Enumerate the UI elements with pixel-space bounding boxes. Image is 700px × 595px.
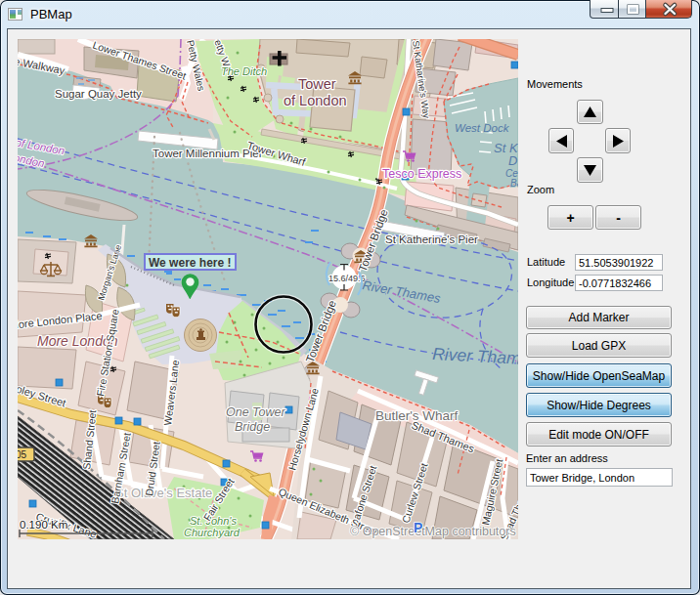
svg-text:One Tower: One Tower — [226, 405, 286, 419]
svg-text:Ba: Ba — [510, 178, 518, 189]
svg-text:Tower: Tower — [298, 76, 336, 92]
svg-text:Bridge: Bridge — [235, 420, 270, 434]
svg-text:St Olave's Estate: St Olave's Estate — [115, 486, 212, 500]
svg-text:Sugar Quay Jetty: Sugar Quay Jetty — [55, 88, 142, 100]
svg-text:The Ditch: The Ditch — [221, 65, 267, 77]
svg-text:St Katherine's Pier: St Katherine's Pier — [385, 234, 478, 245]
svg-text:West Dock: West Dock — [455, 122, 510, 134]
svg-text:D: D — [508, 153, 517, 168]
svg-text:We were here !: We were here ! — [149, 256, 231, 270]
svg-text:P: P — [414, 520, 422, 535]
svg-text:0.190 Km: 0.190 Km — [20, 519, 67, 531]
svg-text:Tesco Express: Tesco Express — [382, 167, 461, 181]
svg-text:© OpenStreetMap contributors: © OpenStreetMap contributors — [350, 525, 516, 538]
svg-text:Churchyard: Churchyard — [184, 527, 241, 538]
svg-text:05: 05 — [18, 449, 27, 460]
svg-text:of London: of London — [284, 93, 347, 108]
